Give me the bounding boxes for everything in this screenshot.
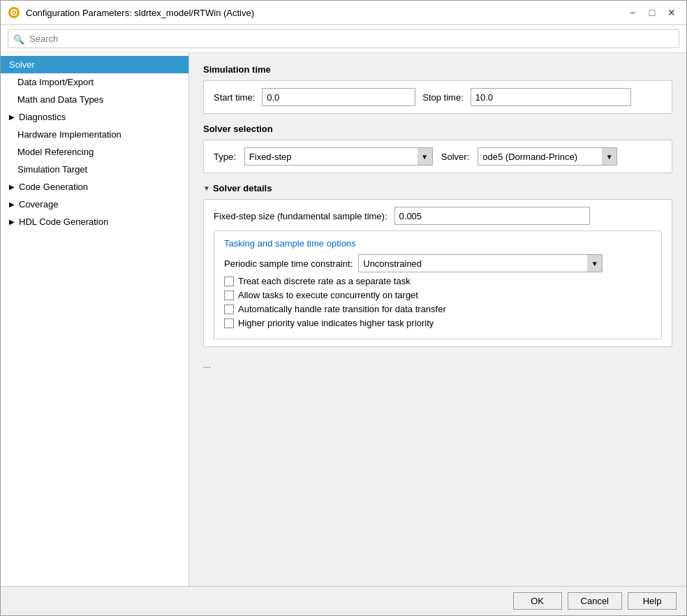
minimize-button[interactable]: − — [625, 5, 640, 20]
checkbox-1-label: Treat each discrete rate as a separate t… — [238, 276, 411, 286]
arrow-icon: ▶ — [9, 113, 15, 121]
search-bar: 🔍 — [1, 25, 686, 53]
fixed-step-box: Fixed-step size (fundamental sample time… — [203, 199, 672, 347]
solver-selection-box: Type: Fixed-step Variable-step ▼ Solver:… — [203, 140, 672, 173]
search-icon: 🔍 — [13, 34, 24, 44]
sidebar-item-hdl-code-generation[interactable]: ▶ HDL Code Generation — [1, 213, 189, 230]
periodic-label: Periodic sample time constraint: — [224, 258, 353, 269]
type-dropdown-wrapper: Fixed-step Variable-step ▼ — [244, 147, 433, 166]
solver-dropdown[interactable]: ode5 (Dormand-Prince) ode4 (Runge-Kutta)… — [478, 147, 617, 166]
checkbox-4[interactable] — [224, 318, 234, 328]
ok-button[interactable]: OK — [513, 592, 562, 610]
solver-dropdown-wrapper: ode5 (Dormand-Prince) ode4 (Runge-Kutta)… — [478, 147, 617, 166]
solver-details-header[interactable]: ▼ Solver details — [203, 183, 672, 193]
simulation-time-row: Start time: Stop time: — [214, 88, 662, 106]
solver-selection-title: Solver selection — [203, 124, 672, 134]
checkbox-2[interactable] — [224, 291, 234, 300]
sidebar-item-solver[interactable]: Solver — [1, 56, 189, 73]
arrow-icon: ▶ — [9, 200, 15, 208]
search-wrapper: 🔍 — [8, 29, 679, 48]
cancel-button[interactable]: Cancel — [568, 592, 622, 610]
sidebar-item-hardware-implementation[interactable]: Hardware Implementation — [1, 126, 189, 143]
arrow-icon: ▶ — [9, 183, 15, 191]
start-time-label: Start time: — [214, 92, 255, 103]
sidebar-item-label: Coverage — [19, 199, 58, 210]
sidebar-item-data-import-export[interactable]: Data Import/Export — [1, 73, 189, 91]
main-window: Configuration Parameters: sldrtex_model/… — [0, 0, 687, 616]
solver-label: Solver: — [441, 152, 469, 162]
sidebar-item-label: Solver — [9, 59, 35, 70]
ellipsis: ... — [203, 357, 672, 373]
stop-time-input[interactable] — [471, 88, 631, 106]
arrow-icon: ▶ — [9, 218, 15, 226]
solver-selection-row: Type: Fixed-step Variable-step ▼ Solver:… — [214, 147, 662, 166]
sidebar-item-label: Model Referencing — [17, 147, 94, 157]
sidebar-item-label: Diagnostics — [19, 112, 66, 122]
fixed-step-row: Fixed-step size (fundamental sample time… — [214, 207, 662, 225]
sidebar-item-label: Code Generation — [19, 182, 88, 192]
sidebar-item-label: Data Import/Export — [17, 77, 94, 87]
fixed-step-input[interactable] — [394, 207, 590, 225]
simulation-time-box: Start time: Stop time: — [203, 80, 672, 114]
main-content: Solver Data Import/Export Math and Data … — [1, 53, 686, 586]
start-time-input[interactable] — [262, 88, 415, 106]
sidebar-item-label: Math and Data Types — [17, 94, 103, 105]
collapse-arrow-icon: ▼ — [203, 184, 210, 192]
solver-details-title: Solver details — [213, 183, 272, 193]
stop-time-label: Stop time: — [422, 92, 464, 103]
checkbox-3[interactable] — [224, 305, 234, 314]
sidebar-item-label: Simulation Target — [17, 164, 87, 175]
simulation-time-title: Simulation time — [203, 64, 672, 75]
help-button[interactable]: Help — [628, 592, 677, 610]
svg-point-3 — [13, 12, 15, 14]
sidebar-item-code-generation[interactable]: ▶ Code Generation — [1, 178, 189, 196]
checkbox-3-label: Automatically handle rate transition for… — [238, 304, 446, 314]
checkbox-4-label: Higher priority value indicates higher t… — [238, 318, 434, 328]
sidebar-item-label: Hardware Implementation — [17, 129, 121, 140]
periodic-dropdown-wrapper: Unconstrained Specified Ensure sample ti… — [358, 254, 603, 272]
sidebar-item-diagnostics[interactable]: ▶ Diagnostics — [1, 108, 189, 126]
checkbox-row-1: Treat each discrete rate as a separate t… — [224, 276, 651, 286]
periodic-row: Periodic sample time constraint: Unconst… — [224, 254, 651, 272]
checkbox-1[interactable] — [224, 277, 234, 286]
close-button[interactable]: ✕ — [664, 5, 679, 20]
checkbox-row-4: Higher priority value indicates higher t… — [224, 318, 651, 328]
search-input[interactable] — [8, 29, 679, 48]
sidebar-item-label: HDL Code Generation — [19, 217, 108, 227]
tasking-section: Tasking and sample time options Periodic… — [214, 230, 662, 339]
checkbox-row-3: Automatically handle rate transition for… — [224, 304, 651, 314]
app-icon — [8, 6, 20, 19]
sidebar-item-simulation-target[interactable]: Simulation Target — [1, 161, 189, 178]
window-controls: − □ ✕ — [625, 5, 679, 20]
footer: OK Cancel Help — [1, 586, 686, 615]
checkbox-row-2: Allow tasks to execute concurrently on t… — [224, 290, 651, 300]
checkbox-2-label: Allow tasks to execute concurrently on t… — [238, 290, 418, 300]
maximize-button[interactable]: □ — [644, 5, 660, 20]
sidebar-item-model-referencing[interactable]: Model Referencing — [1, 143, 189, 161]
type-dropdown[interactable]: Fixed-step Variable-step — [244, 147, 433, 166]
title-bar: Configuration Parameters: sldrtex_model/… — [1, 1, 686, 25]
tasking-title: Tasking and sample time options — [224, 238, 651, 249]
solver-details-section: ▼ Solver details Fixed-step size (fundam… — [203, 183, 672, 347]
sidebar-item-coverage[interactable]: ▶ Coverage — [1, 196, 189, 213]
sidebar-item-math-data-types[interactable]: Math and Data Types — [1, 91, 189, 108]
fixed-step-label: Fixed-step size (fundamental sample time… — [214, 211, 387, 221]
periodic-dropdown[interactable]: Unconstrained Specified Ensure sample ti… — [358, 254, 603, 272]
window-title: Configuration Parameters: sldrtex_model/… — [26, 8, 254, 18]
right-panel: Simulation time Start time: Stop time: S… — [189, 53, 686, 586]
type-label: Type: — [214, 152, 236, 162]
title-bar-left: Configuration Parameters: sldrtex_model/… — [8, 6, 254, 19]
sidebar: Solver Data Import/Export Math and Data … — [1, 53, 189, 586]
